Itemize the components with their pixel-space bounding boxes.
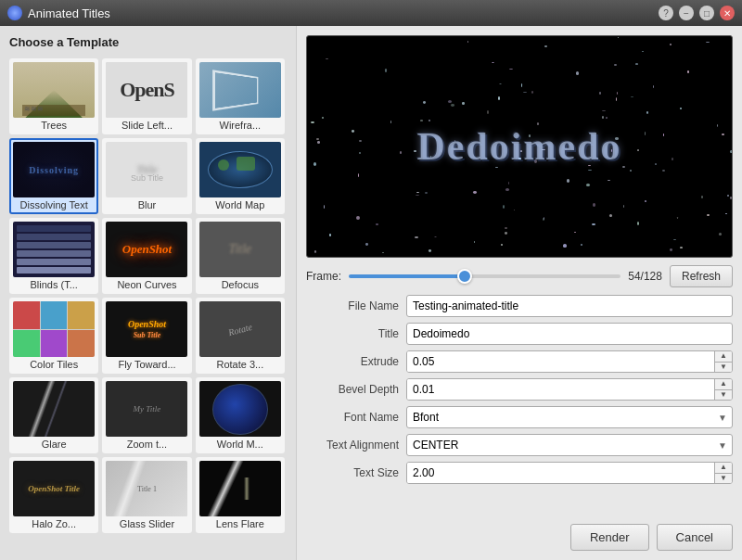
template-item-wirefra[interactable]: Wirefra... (196, 58, 285, 134)
app-icon (7, 6, 22, 20)
bevel-row: Bevel Depth ▲ ▼ (306, 378, 733, 401)
template-thumb-worldm (199, 381, 281, 437)
template-item-flytoward[interactable]: OpenShotSub Title Fly Toward... (102, 298, 191, 374)
frame-slider[interactable] (349, 274, 620, 278)
frame-count: 54/128 (628, 270, 662, 283)
title-input[interactable] (406, 323, 733, 345)
bevel-label: Bevel Depth (306, 383, 399, 396)
extrude-spinbox: ▲ ▼ (406, 350, 733, 373)
template-label-lensflare: Lens Flare (199, 518, 281, 529)
template-item-worldmap[interactable]: World Map (196, 138, 285, 214)
filename-label: File Name (306, 299, 399, 312)
textsize-up-button[interactable]: ▲ (715, 463, 732, 474)
right-panel: Dedoimedo Frame: 54/128 Refresh File Nam… (297, 26, 742, 560)
template-label-worldm: World M... (199, 439, 281, 450)
titlebar-left: Animated Titles (7, 6, 110, 20)
template-label-flytoward: Fly Toward... (106, 359, 187, 370)
textalignment-label: Text Alignment (306, 439, 399, 452)
template-item-dissolving[interactable]: Dissolving Dissolving Text (9, 138, 98, 214)
extrude-down-button[interactable]: ▼ (715, 363, 732, 373)
fontname-select[interactable]: Bfont Arial Times New Roman Helvetica (406, 406, 733, 428)
template-label-blur: Blur (106, 199, 187, 210)
close-button[interactable]: ✕ (720, 6, 735, 20)
template-thumb-glassslider: Title 1 (106, 461, 187, 516)
template-thumb-slideleft: OpenS (106, 62, 187, 118)
textalignment-select-wrap: LEFT CENTER RIGHT ▼ (406, 434, 733, 456)
main-content: Choose a Template ≋≋≋ Trees OpenS Slide … (0, 26, 742, 560)
refresh-button[interactable]: Refresh (670, 265, 733, 287)
titlebar-controls: ? − □ ✕ (659, 6, 735, 20)
template-item-blur[interactable]: Title Sub Title Blur (102, 138, 191, 214)
template-thumb-dissolving: Dissolving (13, 142, 95, 197)
fontname-row: Font Name Bfont Arial Times New Roman He… (306, 406, 733, 428)
template-scroll[interactable]: ≋≋≋ Trees OpenS Slide Left... Wirefra...… (9, 58, 287, 551)
left-panel: Choose a Template ≋≋≋ Trees OpenS Slide … (0, 26, 297, 560)
template-item-trees[interactable]: ≋≋≋ Trees (9, 58, 98, 134)
template-label-slideleft: Slide Left... (106, 120, 187, 131)
bevel-up-button[interactable]: ▲ (715, 379, 732, 390)
template-label-trees: Trees (13, 120, 95, 131)
template-item-zoomt[interactable]: My Title Zoom t... (102, 377, 191, 453)
render-button[interactable]: Render (570, 524, 649, 551)
template-label-worldmap: World Map (199, 199, 281, 210)
template-grid: ≋≋≋ Trees OpenS Slide Left... Wirefra...… (9, 58, 287, 533)
template-thumb-wirefra (199, 62, 281, 118)
template-item-neon[interactable]: OpenShot Neon Curves (102, 218, 191, 294)
window-title: Animated Titles (28, 6, 110, 20)
maximize-button[interactable]: □ (699, 6, 714, 20)
template-item-colortiles[interactable]: Color Tiles (9, 298, 98, 374)
template-item-halozoo[interactable]: OpenShot Title Halo Zo... (9, 457, 98, 533)
extrude-input[interactable] (407, 351, 714, 372)
template-item-defocus[interactable]: Title Defocus (196, 218, 285, 294)
template-thumb-colortiles (13, 301, 95, 357)
minimize-button[interactable]: − (679, 6, 694, 20)
template-thumb-rotate3: Rotate (199, 301, 281, 357)
template-item-worldm[interactable]: World M... (196, 377, 285, 453)
template-label-glare: Glare (13, 439, 95, 450)
template-label-defocus: Defocus (199, 279, 281, 290)
preview-text: Dedoimedo (417, 124, 622, 169)
cancel-button[interactable]: Cancel (657, 524, 733, 551)
extrude-spin-buttons: ▲ ▼ (714, 351, 732, 372)
textsize-input[interactable] (407, 463, 714, 483)
template-label-colortiles: Color Tiles (13, 359, 95, 370)
frame-label: Frame: (306, 270, 341, 283)
template-thumb-trees: ≋≋≋ (13, 62, 95, 118)
title-row: Title (306, 323, 733, 345)
template-label-wirefra: Wirefra... (199, 120, 281, 131)
template-item-glare[interactable]: Glare (9, 377, 98, 453)
template-thumb-neon: OpenShot (106, 222, 187, 277)
template-thumb-halozoo: OpenShot Title (13, 461, 95, 516)
template-thumb-zoomt: My Title (106, 381, 187, 437)
template-thumb-flytoward: OpenShotSub Title (106, 301, 187, 357)
textsize-spin-buttons: ▲ ▼ (714, 463, 732, 483)
textsize-spinbox: ▲ ▼ (406, 462, 733, 484)
titlebar: Animated Titles ? − □ ✕ (0, 0, 742, 26)
template-item-blinds[interactable]: Blinds (T... (9, 218, 98, 294)
template-thumb-glare (13, 381, 95, 437)
textsize-row: Text Size ▲ ▼ (306, 462, 733, 484)
template-thumb-defocus: Title (199, 222, 281, 277)
template-label-halozoo: Halo Zo... (13, 518, 95, 529)
template-item-glassslider[interactable]: Title 1 Glass Slider (102, 457, 191, 533)
help-button[interactable]: ? (659, 6, 673, 20)
template-item-lensflare[interactable]: Lens Flare (196, 457, 285, 533)
template-item-rotate3[interactable]: Rotate Rotate 3... (196, 298, 285, 374)
textsize-down-button[interactable]: ▼ (715, 474, 732, 484)
template-thumb-blur: Title Sub Title (106, 142, 187, 197)
bevel-down-button[interactable]: ▼ (715, 390, 732, 401)
form-area: File Name Title Extrude ▲ ▼ Bevel Dept (306, 295, 733, 513)
extrude-row: Extrude ▲ ▼ (306, 350, 733, 373)
textsize-label: Text Size (306, 466, 399, 479)
template-label-neon: Neon Curves (106, 279, 187, 290)
fontname-label: Font Name (306, 411, 399, 424)
textalignment-row: Text Alignment LEFT CENTER RIGHT ▼ (306, 434, 733, 456)
textalignment-select[interactable]: LEFT CENTER RIGHT (406, 434, 733, 456)
title-label: Title (306, 327, 399, 340)
bevel-input[interactable] (407, 379, 714, 400)
filename-input[interactable] (406, 295, 733, 317)
filename-row: File Name (306, 295, 733, 317)
template-item-slideleft[interactable]: OpenS Slide Left... (102, 58, 191, 134)
extrude-up-button[interactable]: ▲ (715, 351, 732, 363)
extrude-label: Extrude (306, 355, 399, 368)
